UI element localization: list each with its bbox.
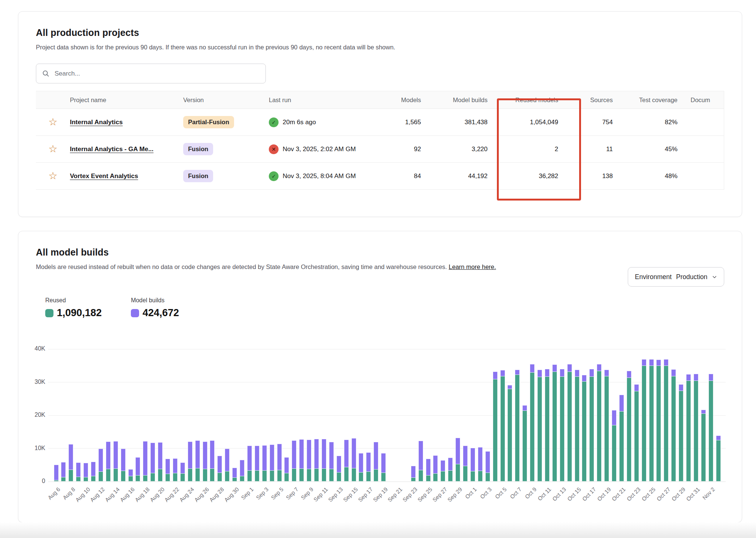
- bar-segment-model-builds[interactable]: [322, 439, 326, 469]
- bar-segment-reused[interactable]: [478, 471, 483, 482]
- bar-segment-model-builds[interactable]: [366, 452, 371, 472]
- bar-segment-model-builds[interactable]: [545, 369, 550, 376]
- bar-segment-model-builds[interactable]: [686, 374, 691, 381]
- bar-segment-reused[interactable]: [83, 477, 88, 482]
- bar-segment-model-builds[interactable]: [262, 445, 267, 471]
- bar-segment-model-builds[interactable]: [470, 448, 475, 471]
- bar-segment-model-builds[interactable]: [180, 462, 185, 474]
- favorite-star-icon[interactable]: ☆: [48, 171, 57, 181]
- bar-segment-reused[interactable]: [493, 379, 498, 482]
- bar-segment-reused[interactable]: [709, 380, 713, 482]
- bar-segment-reused[interactable]: [322, 468, 326, 482]
- bar-segment-model-builds[interactable]: [589, 369, 594, 376]
- bar-segment-reused[interactable]: [656, 366, 661, 482]
- bar-segment-model-builds[interactable]: [656, 360, 661, 366]
- bar-segment-reused[interactable]: [217, 473, 222, 482]
- bar-segment-model-builds[interactable]: [485, 451, 490, 473]
- bar-segment-model-builds[interactable]: [582, 375, 587, 382]
- bar-segment-model-builds[interactable]: [604, 370, 609, 376]
- project-link[interactable]: Vortex Event Analytics: [70, 172, 138, 180]
- bar-segment-reused[interactable]: [560, 376, 565, 482]
- bar-segment-reused[interactable]: [433, 473, 438, 482]
- bar-segment-model-builds[interactable]: [188, 441, 193, 469]
- bar-segment-model-builds[interactable]: [98, 449, 103, 472]
- bar-segment-model-builds[interactable]: [627, 371, 631, 378]
- bar-segment-model-builds[interactable]: [679, 384, 683, 391]
- bar-segment-reused[interactable]: [91, 476, 96, 482]
- bar-segment-reused[interactable]: [679, 391, 683, 482]
- bar-segment-reused[interactable]: [150, 473, 155, 482]
- bar-segment-model-builds[interactable]: [76, 462, 81, 477]
- bar-segment-reused[interactable]: [158, 469, 163, 482]
- bar-segment-model-builds[interactable]: [515, 370, 520, 375]
- bar-segment-model-builds[interactable]: [433, 455, 438, 474]
- bar-segment-reused[interactable]: [671, 376, 676, 482]
- bar-segment-reused[interactable]: [552, 372, 557, 482]
- bar-segment-model-builds[interactable]: [225, 449, 230, 471]
- bar-segment-reused[interactable]: [366, 471, 371, 482]
- bar-segment-model-builds[interactable]: [381, 453, 386, 473]
- bar-segment-model-builds[interactable]: [210, 440, 215, 468]
- project-search[interactable]: [36, 64, 266, 83]
- bar-segment-model-builds[interactable]: [493, 372, 498, 379]
- bar-segment-reused[interactable]: [455, 464, 460, 482]
- bar-segment-reused[interactable]: [575, 376, 580, 482]
- bar-segment-reused[interactable]: [262, 470, 267, 482]
- bar-segment-model-builds[interactable]: [255, 446, 259, 470]
- bar-segment-model-builds[interactable]: [709, 374, 713, 381]
- bar-segment-reused[interactable]: [210, 468, 215, 482]
- bar-segment-model-builds[interactable]: [121, 449, 126, 471]
- bar-segment-reused[interactable]: [195, 468, 200, 482]
- bar-segment-reused[interactable]: [418, 470, 423, 482]
- bar-segment-model-builds[interactable]: [173, 458, 178, 473]
- bar-segment-reused[interactable]: [634, 391, 639, 482]
- bar-segment-reused[interactable]: [619, 411, 624, 482]
- bar-segment-reused[interactable]: [485, 473, 490, 482]
- bar-segment-reused[interactable]: [642, 366, 646, 482]
- bar-segment-reused[interactable]: [545, 376, 550, 482]
- bar-segment-model-builds[interactable]: [522, 405, 527, 411]
- bar-segment-reused[interactable]: [701, 413, 706, 482]
- bar-segment-model-builds[interactable]: [634, 384, 639, 391]
- bar-segment-reused[interactable]: [203, 469, 208, 482]
- bar-segment-model-builds[interactable]: [455, 438, 460, 464]
- bar-segment-reused[interactable]: [188, 468, 193, 482]
- bar-segment-reused[interactable]: [664, 366, 669, 482]
- bar-segment-model-builds[interactable]: [329, 442, 334, 469]
- bar-segment-reused[interactable]: [359, 472, 363, 482]
- bar-segment-reused[interactable]: [344, 467, 349, 482]
- bar-segment-reused[interactable]: [270, 470, 274, 482]
- bar-segment-reused[interactable]: [426, 475, 431, 482]
- bar-segment-reused[interactable]: [128, 476, 133, 482]
- bar-segment-model-builds[interactable]: [701, 410, 706, 414]
- bar-segment-model-builds[interactable]: [478, 447, 483, 471]
- bar-segment-model-builds[interactable]: [463, 446, 468, 466]
- bar-segment-reused[interactable]: [255, 470, 259, 482]
- bar-segment-model-builds[interactable]: [664, 359, 669, 366]
- bar-segment-model-builds[interactable]: [217, 456, 222, 473]
- bar-segment-model-builds[interactable]: [135, 457, 140, 476]
- project-link[interactable]: Internal Analytics: [70, 119, 123, 126]
- bar-segment-model-builds[interactable]: [284, 457, 289, 473]
- bar-segment-model-builds[interactable]: [277, 444, 282, 470]
- bar-segment-model-builds[interactable]: [270, 444, 274, 471]
- bar-segment-reused[interactable]: [463, 466, 468, 482]
- bar-segment-model-builds[interactable]: [694, 374, 698, 381]
- bar-segment-model-builds[interactable]: [716, 435, 721, 440]
- bar-segment-reused[interactable]: [500, 376, 505, 482]
- bar-segment-model-builds[interactable]: [619, 395, 624, 411]
- bar-segment-model-builds[interactable]: [54, 465, 59, 481]
- bar-segment-model-builds[interactable]: [671, 369, 676, 376]
- bar-segment-model-builds[interactable]: [195, 440, 200, 468]
- environment-select[interactable]: Environment Production: [628, 267, 724, 287]
- bar-segment-model-builds[interactable]: [507, 385, 512, 389]
- favorite-star-icon[interactable]: ☆: [48, 144, 57, 154]
- bar-segment-model-builds[interactable]: [203, 441, 208, 469]
- bar-segment-model-builds[interactable]: [642, 359, 646, 366]
- bar-segment-reused[interactable]: [76, 477, 81, 482]
- bar-segment-model-builds[interactable]: [83, 463, 88, 477]
- bar-segment-reused[interactable]: [232, 477, 237, 482]
- bar-segment-reused[interactable]: [165, 474, 170, 482]
- bar-segment-reused[interactable]: [113, 468, 118, 482]
- bar-segment-reused[interactable]: [68, 470, 73, 482]
